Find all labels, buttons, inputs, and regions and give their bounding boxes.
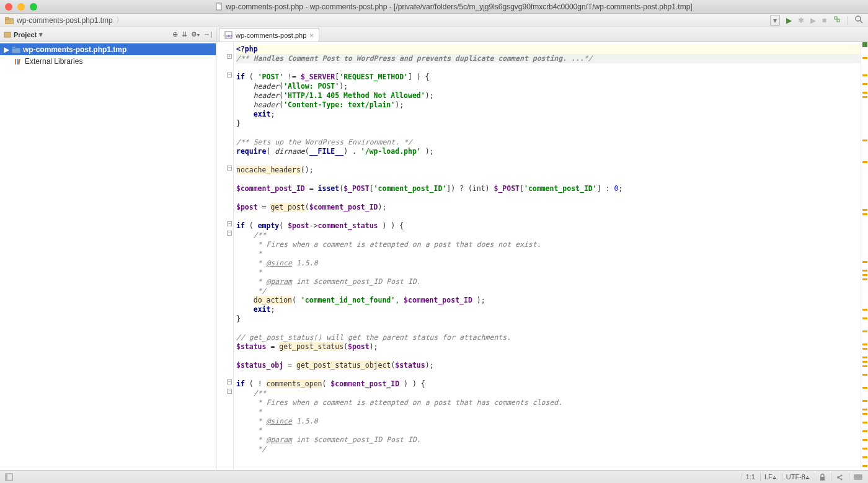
tree-ext-libs[interactable]: External Libraries [0, 55, 216, 67]
code-line[interactable]: $comment_post_ID = isset($_POST['comment… [236, 184, 861, 193]
search-icon[interactable] [854, 15, 863, 25]
stripe-mark[interactable] [862, 409, 867, 410]
fold-collapse-icon[interactable]: − [227, 379, 232, 384]
code-line[interactable]: exit; [236, 110, 861, 119]
code-line[interactable]: header('HTTP/1.1 405 Method Not Allowed'… [236, 91, 861, 100]
code-line[interactable]: * Fires when a comment is attempted on a… [236, 398, 861, 407]
code-line[interactable]: /** [236, 231, 861, 240]
hide-sidebar-icon[interactable]: →| [203, 30, 212, 38]
fold-expand-icon[interactable]: + [227, 54, 232, 59]
code-line[interactable] [236, 156, 861, 166]
stop-icon[interactable]: ■ [822, 16, 826, 25]
gutter[interactable]: +−−−−−− [216, 42, 234, 470]
code-line[interactable] [236, 193, 861, 203]
code-line[interactable]: * [236, 407, 861, 417]
stripe-mark[interactable] [862, 430, 867, 432]
project-tree[interactable]: ▶ wp-comments-post.php1.tmp External Lib… [0, 42, 216, 470]
stripe-mark[interactable] [862, 278, 867, 280]
stripe-mark[interactable] [862, 465, 867, 467]
fold-collapse-icon[interactable]: − [227, 166, 232, 171]
fold-collapse-icon[interactable]: − [227, 389, 232, 394]
coverage-icon[interactable]: ▶ [810, 16, 816, 25]
stripe-mark[interactable] [862, 448, 867, 450]
code-line[interactable]: do_action( 'comment_id_not_found', $comm… [236, 296, 861, 305]
code-line[interactable] [236, 324, 861, 333]
editor-tab[interactable]: php wp-comments-post.php × [219, 28, 319, 42]
debug-icon[interactable]: ✱ [798, 16, 804, 25]
stripe-mark[interactable] [862, 317, 867, 319]
stripe-mark[interactable] [862, 456, 867, 458]
tree-root-item[interactable]: ▶ wp-comments-post.php1.tmp [0, 43, 216, 55]
code-line[interactable]: * [236, 426, 861, 435]
editor-body[interactable]: +−−−−−− <?php/** Handles Comment Post to… [216, 42, 868, 470]
fold-collapse-icon[interactable]: − [227, 73, 232, 78]
stripe-mark[interactable] [862, 57, 867, 59]
stripe-mark[interactable] [862, 92, 867, 94]
code-line[interactable]: require( dirname(__FILE__) . '/wp-load.p… [236, 147, 861, 156]
expand-arrow-icon[interactable]: ▶ [4, 45, 9, 54]
stripe-mark[interactable] [862, 439, 867, 441]
error-stripe[interactable] [861, 42, 868, 470]
run-config-dropdown-icon[interactable]: ▾ [770, 15, 780, 26]
code-line[interactable]: $status_obj = get_post_status_object($st… [236, 361, 861, 370]
fold-collapse-icon[interactable]: − [227, 231, 232, 236]
gear-icon[interactable]: ⚙▾ [191, 30, 200, 38]
stripe-mark[interactable] [862, 365, 867, 367]
stripe-mark[interactable] [862, 261, 867, 263]
stripe-mark[interactable] [862, 330, 867, 332]
breadcrumb[interactable]: wp-comments-post.php1.tmp 〉 [5, 15, 123, 25]
code-line[interactable]: */ [236, 286, 861, 296]
stripe-mark[interactable] [862, 343, 867, 345]
inspector-icon[interactable] [831, 472, 848, 481]
code-line[interactable]: * [236, 268, 861, 277]
stripe-mark[interactable] [862, 374, 867, 376]
stripe-mark[interactable] [862, 140, 867, 141]
code-line[interactable]: exit; [236, 305, 861, 314]
code-line[interactable]: } [236, 119, 861, 128]
code-line[interactable]: if ( empty( $post->comment_status ) ) { [236, 221, 861, 231]
code-line[interactable]: * Fires when a comment is attempted on a… [236, 240, 861, 249]
stripe-mark[interactable] [862, 348, 867, 350]
code-line[interactable]: nocache_headers(); [236, 166, 861, 175]
stripe-mark[interactable] [862, 309, 867, 311]
code-line[interactable]: * @since 1.5.0 [236, 417, 861, 426]
tool-window-toggle-icon[interactable] [5, 472, 13, 481]
project-dropdown[interactable]: Project ▾ [4, 30, 43, 38]
stripe-mark[interactable] [862, 161, 867, 163]
stripe-mark[interactable] [862, 413, 867, 415]
line-separator[interactable]: LF≑ [760, 473, 781, 481]
code-line[interactable]: * @param int $comment_post_ID Post ID. [236, 435, 861, 445]
stripe-mark[interactable] [862, 83, 867, 85]
stripe-mark[interactable] [862, 209, 867, 211]
code-line[interactable] [236, 175, 861, 184]
code-line[interactable]: /** Sets up the WordPress Environment. *… [236, 138, 861, 147]
code-line[interactable]: // get_post_status() will get the parent… [236, 333, 861, 342]
file-encoding[interactable]: UTF-8≑ [782, 473, 813, 481]
code-line[interactable]: * [236, 249, 861, 259]
scroll-to-icon[interactable]: ⊕ [172, 30, 178, 38]
code-line[interactable]: if ( ! comments_open( $comment_post_ID )… [236, 379, 861, 389]
code-line[interactable]: * @param int $comment_post_ID Post ID. [236, 277, 861, 286]
stripe-mark[interactable] [862, 213, 867, 215]
stripe-mark[interactable] [862, 74, 867, 76]
vcs-icon[interactable] [833, 15, 841, 25]
cursor-position[interactable]: 1:1 [742, 473, 759, 481]
code-area[interactable]: <?php/** Handles Comment Post to WordPre… [234, 42, 861, 470]
code-line[interactable]: <?php [236, 45, 861, 54]
stripe-mark[interactable] [862, 96, 867, 98]
code-line[interactable]: /** [236, 389, 861, 398]
stripe-mark[interactable] [862, 387, 867, 389]
close-window-icon[interactable] [5, 3, 12, 11]
stripe-mark[interactable] [862, 422, 867, 423]
code-line[interactable]: } [236, 314, 861, 324]
code-line[interactable]: * @since 1.5.0 [236, 259, 861, 268]
code-line[interactable]: */ [236, 445, 861, 454]
lock-icon[interactable] [815, 472, 830, 481]
code-line[interactable]: $status = get_post_status($post); [236, 342, 861, 352]
run-icon[interactable]: ▶ [786, 16, 792, 25]
code-line[interactable] [236, 370, 861, 379]
code-line[interactable] [236, 352, 861, 361]
stripe-mark[interactable] [862, 270, 867, 272]
stripe-mark[interactable] [862, 357, 867, 358]
code-line[interactable] [236, 63, 861, 73]
